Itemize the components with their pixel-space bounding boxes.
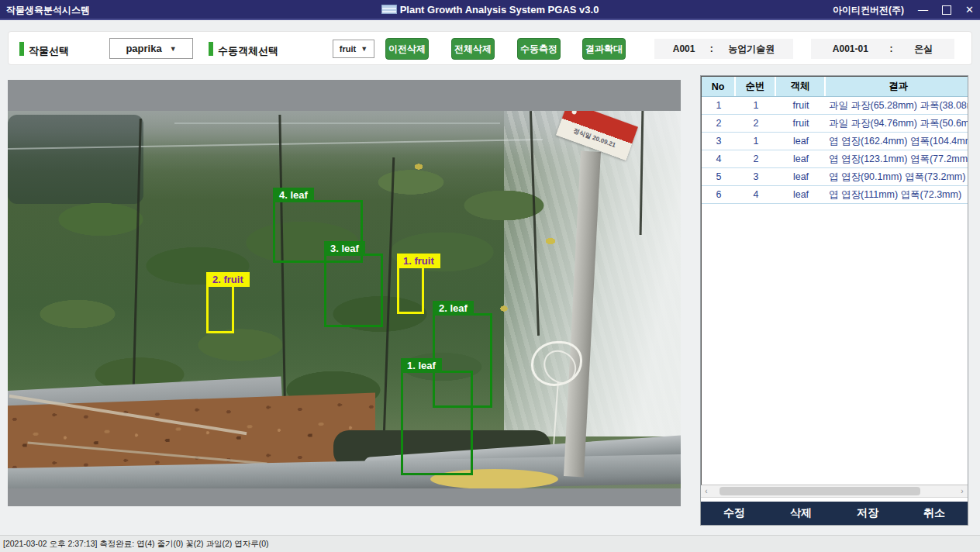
cell-object: leaf <box>776 150 826 167</box>
horizontal-scrollbar[interactable]: ‹ › <box>701 485 968 498</box>
cell-object: fruit <box>776 97 826 114</box>
house-colon: : <box>890 43 893 54</box>
action-bar: 수정 삭제 저장 취소 <box>701 502 968 525</box>
house-info-field: A001-01 : 온실 <box>811 39 954 59</box>
detection-box-fruit-1[interactable]: 1. fruit <box>397 266 424 314</box>
crop-select-label: 작물선택 <box>29 44 69 58</box>
table-row[interactable]: 5 3 leaf 엽 엽장(90.1mm) 엽폭(73.2mm) <box>702 168 968 186</box>
close-button[interactable]: ✕ <box>965 0 974 20</box>
table-row[interactable]: 2 2 fruit 과일 과장(94.76mm) 과폭(50.6mm) <box>702 115 968 133</box>
site-colon: : <box>710 43 713 54</box>
results-panel: No 순번 객체 결과 1 1 fruit 과일 과장(65.28mm) 과폭(… <box>700 75 968 526</box>
scroll-left-icon[interactable]: ‹ <box>701 485 712 497</box>
app-icon <box>381 5 397 14</box>
detection-label-leaf-1: 1. leaf <box>401 358 442 373</box>
cell-no: 5 <box>702 168 736 185</box>
house-name: 온실 <box>914 43 933 56</box>
manual-measure-button[interactable]: 수동측정 <box>517 38 561 60</box>
cell-object: fruit <box>776 115 826 132</box>
site-name: 농업기술원 <box>728 43 775 56</box>
scroll-right-icon[interactable]: › <box>957 485 968 497</box>
cell-seq: 4 <box>736 186 776 203</box>
cell-seq: 1 <box>736 133 776 150</box>
greenhouse-photo[interactable]: 정식일 20.09.21 4. leaf 3. leaf 1. fruit 2.… <box>8 111 681 488</box>
detection-box-leaf-3[interactable]: 3. leaf <box>324 254 383 327</box>
delete-button[interactable]: 삭제 <box>768 506 834 520</box>
status-bar: [2021-03-02 오후 2:37:13] 측정완료: 엽(4) 줄기(0)… <box>0 535 980 552</box>
cell-seq: 3 <box>736 168 776 185</box>
cell-result: 엽 엽장(162.4mm) 엽폭(104.4mm) <box>826 133 968 150</box>
scrollbar-thumb[interactable] <box>719 487 920 495</box>
minimize-button[interactable]: — <box>918 0 928 20</box>
cell-object: leaf <box>776 133 826 150</box>
object-select[interactable]: fruit ▼ <box>333 40 374 58</box>
site-info-field: A001 : 농업기술원 <box>654 39 793 59</box>
detection-label-fruit-1: 1. fruit <box>397 254 440 268</box>
edit-button[interactable]: 수정 <box>701 506 768 520</box>
col-header-no: No <box>702 77 736 96</box>
camera-image-panel: 정식일 20.09.21 4. leaf 3. leaf 1. fruit 2.… <box>8 80 681 506</box>
cell-seq: 2 <box>736 150 776 167</box>
detection-box-fruit-2[interactable]: 2. fruit <box>206 285 234 333</box>
maximize-button[interactable] <box>942 5 951 15</box>
table-row[interactable]: 3 1 leaf 엽 엽장(162.4mm) 엽폭(104.4mm) <box>702 133 968 150</box>
cell-result: 엽 엽장(123.1mm) 엽폭(77.2mm) <box>826 150 968 167</box>
cell-object: leaf <box>776 168 826 185</box>
cancel-button[interactable]: 취소 <box>901 506 968 520</box>
cell-no: 1 <box>702 97 736 114</box>
cell-result: 과일 과장(94.76mm) 과폭(50.6mm) <box>826 115 968 132</box>
cell-object: leaf <box>776 186 826 203</box>
detection-label-leaf-2: 2. leaf <box>433 301 474 316</box>
chevron-down-icon: ▼ <box>361 45 368 53</box>
object-select-label: 수동객체선택 <box>218 44 278 58</box>
titlebar-right: 아이티컨버전(주) — ✕ <box>833 0 974 20</box>
object-accent-bar <box>209 42 213 56</box>
cell-no: 6 <box>702 186 736 203</box>
col-header-result: 결과 <box>826 77 968 96</box>
site-code: A001 <box>673 43 695 54</box>
delete-previous-button[interactable]: 이전삭제 <box>385 38 429 60</box>
crop-select[interactable]: paprika ▼ <box>109 38 193 59</box>
table-row[interactable]: 1 1 fruit 과일 과장(65.28mm) 과폭(38.08mm) <box>702 97 968 115</box>
table-row[interactable]: 6 4 leaf 엽 엽장(111mm) 엽폭(72.3mm) <box>702 186 968 204</box>
detection-label-leaf-4: 4. leaf <box>273 188 314 202</box>
company-name: 아이티컨버전(주) <box>833 4 904 17</box>
detection-box-leaf-1[interactable]: 1. leaf <box>401 371 473 475</box>
cell-result: 과일 과장(65.28mm) 과폭(38.08mm) <box>826 97 968 114</box>
cell-result: 엽 엽장(90.1mm) 엽폭(73.2mm) <box>826 168 968 185</box>
app-title-text: Plant Growth Analysis System PGAS v3.0 <box>400 4 599 16</box>
results-table: No 순번 객체 결과 1 1 fruit 과일 과장(65.28mm) 과폭(… <box>701 76 968 485</box>
cell-no: 4 <box>702 150 736 167</box>
detection-label-leaf-3: 3. leaf <box>324 241 365 256</box>
delete-all-button[interactable]: 전체삭제 <box>451 38 495 60</box>
table-row[interactable]: 4 2 leaf 엽 엽장(123.1mm) 엽폭(77.2mm) <box>702 150 968 168</box>
col-header-seq: 순번 <box>736 77 776 96</box>
result-zoom-button[interactable]: 결과확대 <box>582 38 626 60</box>
scrollbar-track[interactable] <box>712 485 957 497</box>
status-message: [2021-03-02 오후 2:37:13] 측정완료: 엽(4) 줄기(0)… <box>0 539 269 550</box>
toolbar: 작물선택 paprika ▼ 수동객체선택 fruit ▼ 이전삭제 전체삭제 … <box>8 31 972 65</box>
house-code: A001-01 <box>833 43 868 54</box>
plant-tag-hole <box>571 111 578 115</box>
col-header-object: 객체 <box>776 77 826 96</box>
chevron-down-icon: ▼ <box>170 45 177 53</box>
cell-result: 엽 엽장(111mm) 엽폭(72.3mm) <box>826 186 968 203</box>
object-select-value: fruit <box>340 44 356 53</box>
crop-select-value: paprika <box>126 43 161 54</box>
cell-seq: 1 <box>736 97 776 114</box>
titlebar: 작물생육분석시스템 Plant Growth Analysis System P… <box>0 0 980 20</box>
cell-no: 3 <box>702 133 736 150</box>
detection-label-fruit-2: 2. fruit <box>206 272 250 287</box>
photo-wire <box>174 122 500 124</box>
save-button[interactable]: 저장 <box>834 506 901 520</box>
table-header-row: No 순번 객체 결과 <box>702 77 968 97</box>
crop-accent-bar <box>19 42 24 56</box>
cell-no: 2 <box>702 115 736 132</box>
cell-seq: 2 <box>736 115 776 132</box>
